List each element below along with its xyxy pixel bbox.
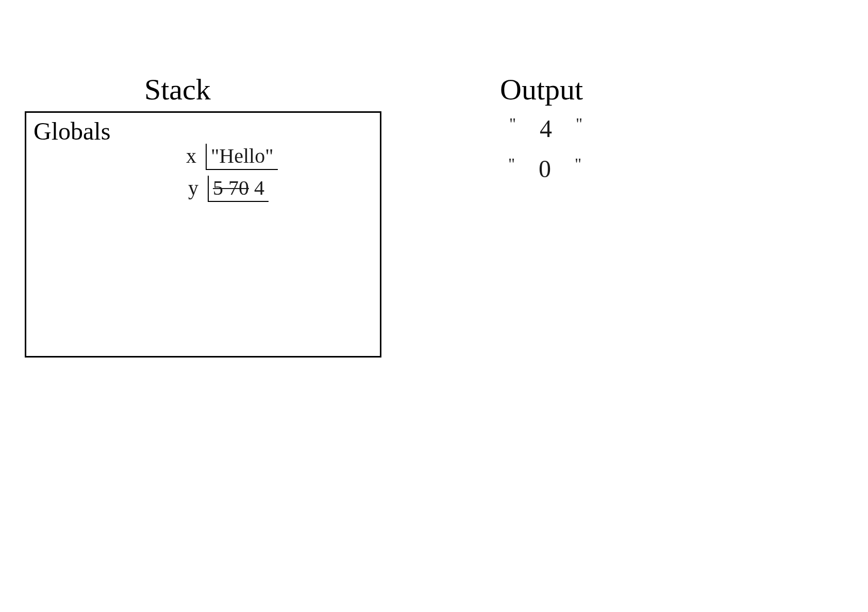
quote-open-icon: " xyxy=(509,114,520,133)
variable-y-value-box: 5 70 4 xyxy=(208,176,269,202)
output-line-2: " 0 " xyxy=(499,155,595,183)
output-title: Output xyxy=(500,72,583,107)
output-line-1: " 4 " xyxy=(500,114,596,143)
output-value-1: 4 xyxy=(540,115,556,142)
output-value-2: 0 xyxy=(539,155,555,182)
stack-title: Stack xyxy=(144,72,211,107)
variable-y: y 5 70 4 xyxy=(188,176,269,202)
globals-label: Globals xyxy=(34,117,110,145)
variable-y-name: y xyxy=(188,176,198,199)
variable-x: x "Hello" xyxy=(186,144,278,170)
variable-x-name: x xyxy=(186,144,196,167)
variable-x-value-box: "Hello" xyxy=(206,144,278,170)
variable-y-old-value: 5 70 xyxy=(213,176,249,199)
variable-y-value: 4 xyxy=(254,176,264,199)
quote-close-icon: " xyxy=(575,155,586,173)
quote-close-icon: " xyxy=(576,114,587,133)
stack-box: Globals x "Hello" y 5 70 4 xyxy=(25,111,381,358)
quote-open-icon: " xyxy=(508,155,519,173)
